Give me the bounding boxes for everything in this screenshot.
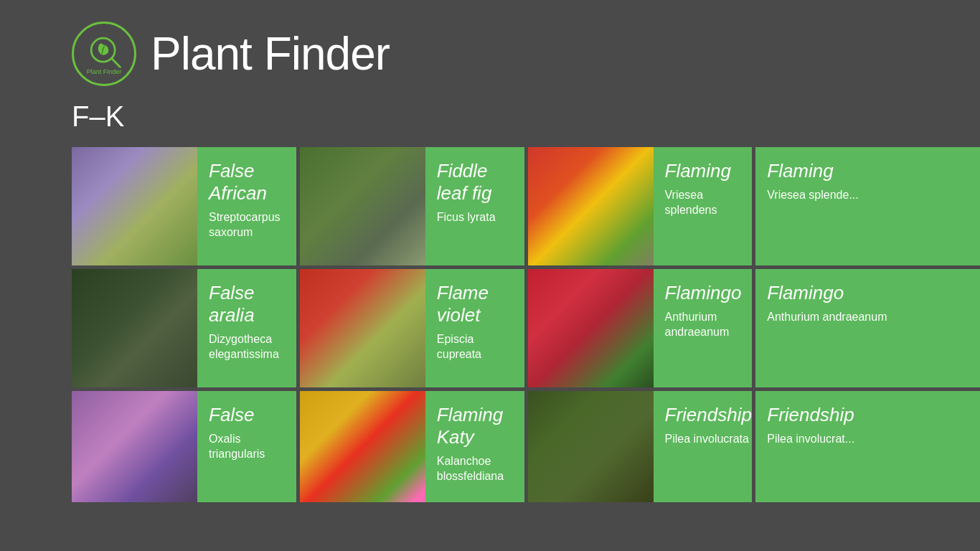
plant-image-false-shamrock (72, 391, 197, 502)
plant-scientific-false-aralia: Dizygotheca elegantissima (209, 332, 285, 362)
plant-card-fiddle-leaf-fig[interactable]: Fiddle leaf fig Ficus lyrata (300, 147, 524, 265)
plant-name-false-shamrock: False (209, 404, 285, 426)
app-header: Plant Finder Plant Finder (0, 0, 980, 100)
plant-scientific-flamingo-overflow: Anthurium andraeanum (767, 310, 969, 325)
plant-info-flamingo-overflow: Flamingo Anthurium andraeanum (755, 269, 980, 387)
plant-info-flamingo: Flamingo Anthurium andraeanum (654, 269, 753, 387)
plant-image-flaming (528, 147, 654, 265)
app-title: Plant Finder (151, 27, 390, 80)
plant-name-flaming: Flaming (665, 160, 741, 182)
plant-image-false-african (72, 147, 197, 265)
plant-info-false-aralia: False aralia Dizygotheca elegantissima (197, 269, 296, 387)
plant-grid: False African Streptocarpus saxorum Fidd… (0, 147, 980, 509)
plant-info-false-african: False African Streptocarpus saxorum (197, 147, 296, 265)
plant-info-flaming: Flaming Vriesea splendens (654, 147, 753, 265)
plant-scientific-flame-violet: Episcia cupreata (437, 332, 513, 362)
plant-card-friendship-overflow[interactable]: Friendship Pilea involucrat... (755, 391, 980, 502)
plant-image-friendship (528, 391, 654, 502)
plant-image-flaming-katy (300, 391, 425, 502)
logo-text: Plant Finder (87, 68, 122, 76)
plant-scientific-false-african: Streptocarpus saxorum (209, 210, 285, 240)
plant-name-false-aralia: False aralia (209, 282, 285, 326)
plant-card-false-shamrock[interactable]: False Oxalis triangularis (72, 391, 296, 502)
plant-name-friendship: Friendship (665, 404, 752, 426)
plant-name-flaming-katy: Flaming Katy (437, 404, 513, 448)
plant-info-flaming-katy: Flaming Katy Kalanchoe blossfeldiana (425, 391, 524, 502)
plant-card-friendship[interactable]: Friendship Pilea involucrata (528, 391, 753, 502)
app-logo[interactable]: Plant Finder (72, 22, 136, 86)
plant-info-false-shamrock: False Oxalis triangularis (197, 391, 296, 502)
plant-card-flaming-katy[interactable]: Flaming Katy Kalanchoe blossfeldiana (300, 391, 524, 502)
plant-info-flame-violet: Flame violet Episcia cupreata (425, 269, 524, 387)
plant-name-flamingo-overflow: Flamingo (767, 282, 969, 304)
plant-scientific-flamingo: Anthurium andraeanum (665, 310, 742, 340)
plant-card-false-aralia[interactable]: False aralia Dizygotheca elegantissima (72, 269, 296, 387)
svg-line-1 (111, 59, 120, 67)
plant-image-false-aralia (72, 269, 197, 387)
plant-scientific-flaming-katy: Kalanchoe blossfeldiana (437, 454, 513, 484)
plant-scientific-flaming: Vriesea splendens (665, 188, 741, 218)
plant-card-flamingo-overflow[interactable]: Flamingo Anthurium andraeanum (755, 269, 980, 387)
plant-info-friendship: Friendship Pilea involucrata (654, 391, 753, 502)
plant-card-flaming-overflow[interactable]: Flaming Vriesea splende... (755, 147, 980, 265)
plant-name-false-african: False African (209, 160, 285, 204)
plant-name-fiddle-leaf: Fiddle leaf fig (437, 160, 513, 204)
plant-info-fiddle-leaf: Fiddle leaf fig Ficus lyrata (425, 147, 524, 265)
plant-scientific-fiddle-leaf: Ficus lyrata (437, 210, 513, 225)
plant-card-false-african[interactable]: False African Streptocarpus saxorum (72, 147, 296, 265)
plant-scientific-friendship-overflow: Pilea involucrat... (767, 432, 969, 447)
plant-card-flame-violet[interactable]: Flame violet Episcia cupreata (300, 269, 524, 387)
plant-name-friendship-overflow: Friendship (767, 404, 969, 426)
logo-icon (85, 32, 124, 71)
plant-info-flaming-overflow: Flaming Vriesea splende... (755, 147, 980, 265)
plant-image-fiddle-leaf (300, 147, 425, 265)
plant-image-flamingo (528, 269, 654, 387)
plant-name-flame-violet: Flame violet (437, 282, 513, 326)
plant-card-flamingo[interactable]: Flamingo Anthurium andraeanum (528, 269, 753, 387)
plant-card-flaming[interactable]: Flaming Vriesea splendens (528, 147, 753, 265)
plant-info-friendship-overflow: Friendship Pilea involucrat... (755, 391, 980, 502)
plant-scientific-friendship: Pilea involucrata (665, 432, 752, 447)
plant-image-flame-violet (300, 269, 425, 387)
plant-scientific-flaming-overflow: Vriesea splende... (767, 188, 969, 203)
plant-name-flaming-overflow: Flaming (767, 160, 969, 182)
section-heading: F–K (0, 100, 980, 133)
plant-scientific-false-shamrock: Oxalis triangularis (209, 432, 285, 462)
plant-name-flamingo: Flamingo (665, 282, 742, 304)
